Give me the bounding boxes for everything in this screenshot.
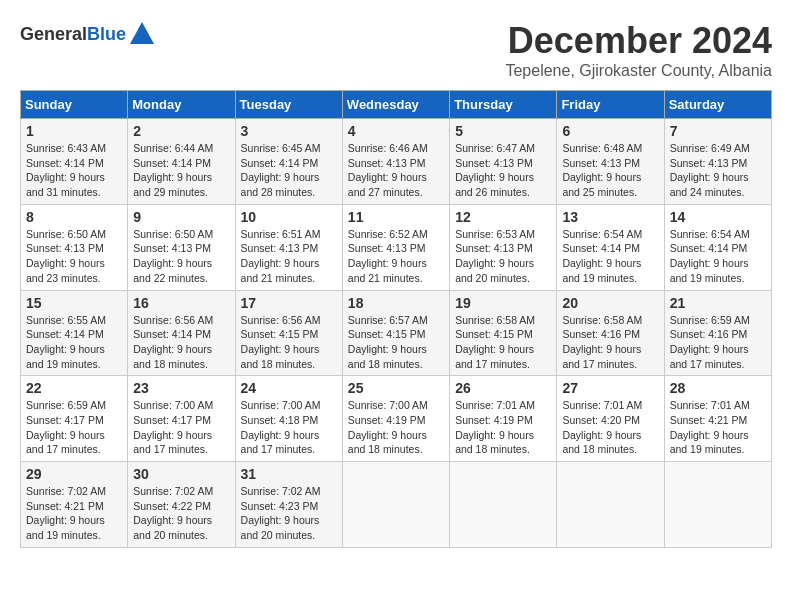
day-info: Sunrise: 7:00 AM Sunset: 4:18 PM Dayligh… [241,398,337,457]
calendar-day-cell: 23Sunrise: 7:00 AM Sunset: 4:17 PM Dayli… [128,376,235,462]
day-number: 12 [455,209,551,225]
calendar-day-cell: 6Sunrise: 6:48 AM Sunset: 4:13 PM Daylig… [557,119,664,205]
calendar-table: SundayMondayTuesdayWednesdayThursdayFrid… [20,90,772,548]
day-info: Sunrise: 7:01 AM Sunset: 4:19 PM Dayligh… [455,398,551,457]
day-info: Sunrise: 6:57 AM Sunset: 4:15 PM Dayligh… [348,313,444,372]
calendar-week-row: 29Sunrise: 7:02 AM Sunset: 4:21 PM Dayli… [21,462,772,548]
calendar-day-cell: 12Sunrise: 6:53 AM Sunset: 4:13 PM Dayli… [450,204,557,290]
day-number: 4 [348,123,444,139]
subtitle: Tepelene, Gjirokaster County, Albania [505,62,772,80]
calendar-day-header: Saturday [664,91,771,119]
day-number: 27 [562,380,658,396]
day-number: 28 [670,380,766,396]
day-info: Sunrise: 6:44 AM Sunset: 4:14 PM Dayligh… [133,141,229,200]
calendar-day-cell: 8Sunrise: 6:50 AM Sunset: 4:13 PM Daylig… [21,204,128,290]
day-number: 16 [133,295,229,311]
day-info: Sunrise: 7:02 AM Sunset: 4:22 PM Dayligh… [133,484,229,543]
calendar-day-cell: 14Sunrise: 6:54 AM Sunset: 4:14 PM Dayli… [664,204,771,290]
day-number: 21 [670,295,766,311]
day-info: Sunrise: 6:59 AM Sunset: 4:16 PM Dayligh… [670,313,766,372]
calendar-day-cell: 13Sunrise: 6:54 AM Sunset: 4:14 PM Dayli… [557,204,664,290]
day-info: Sunrise: 6:48 AM Sunset: 4:13 PM Dayligh… [562,141,658,200]
calendar-day-cell: 19Sunrise: 6:58 AM Sunset: 4:15 PM Dayli… [450,290,557,376]
day-number: 19 [455,295,551,311]
title-block: December 2024 Tepelene, Gjirokaster Coun… [505,20,772,80]
day-number: 2 [133,123,229,139]
day-info: Sunrise: 6:54 AM Sunset: 4:14 PM Dayligh… [562,227,658,286]
day-number: 26 [455,380,551,396]
calendar-week-row: 8Sunrise: 6:50 AM Sunset: 4:13 PM Daylig… [21,204,772,290]
calendar-day-cell: 1Sunrise: 6:43 AM Sunset: 4:14 PM Daylig… [21,119,128,205]
day-number: 5 [455,123,551,139]
calendar-day-cell: 30Sunrise: 7:02 AM Sunset: 4:22 PM Dayli… [128,462,235,548]
calendar-day-header: Monday [128,91,235,119]
calendar-day-cell: 26Sunrise: 7:01 AM Sunset: 4:19 PM Dayli… [450,376,557,462]
day-number: 22 [26,380,122,396]
day-number: 13 [562,209,658,225]
day-info: Sunrise: 6:47 AM Sunset: 4:13 PM Dayligh… [455,141,551,200]
day-info: Sunrise: 7:00 AM Sunset: 4:19 PM Dayligh… [348,398,444,457]
calendar-day-cell: 24Sunrise: 7:00 AM Sunset: 4:18 PM Dayli… [235,376,342,462]
calendar-header-row: SundayMondayTuesdayWednesdayThursdayFrid… [21,91,772,119]
calendar-day-cell: 11Sunrise: 6:52 AM Sunset: 4:13 PM Dayli… [342,204,449,290]
calendar-day-cell: 9Sunrise: 6:50 AM Sunset: 4:13 PM Daylig… [128,204,235,290]
day-number: 8 [26,209,122,225]
calendar-week-row: 1Sunrise: 6:43 AM Sunset: 4:14 PM Daylig… [21,119,772,205]
day-number: 15 [26,295,122,311]
calendar-day-cell: 16Sunrise: 6:56 AM Sunset: 4:14 PM Dayli… [128,290,235,376]
calendar-day-cell: 15Sunrise: 6:55 AM Sunset: 4:14 PM Dayli… [21,290,128,376]
calendar-day-cell [342,462,449,548]
day-number: 30 [133,466,229,482]
calendar-day-cell: 5Sunrise: 6:47 AM Sunset: 4:13 PM Daylig… [450,119,557,205]
calendar-day-header: Wednesday [342,91,449,119]
day-info: Sunrise: 6:45 AM Sunset: 4:14 PM Dayligh… [241,141,337,200]
day-number: 25 [348,380,444,396]
calendar-day-cell: 28Sunrise: 7:01 AM Sunset: 4:21 PM Dayli… [664,376,771,462]
day-info: Sunrise: 6:58 AM Sunset: 4:15 PM Dayligh… [455,313,551,372]
day-number: 18 [348,295,444,311]
calendar-day-header: Friday [557,91,664,119]
day-number: 14 [670,209,766,225]
calendar-day-cell: 4Sunrise: 6:46 AM Sunset: 4:13 PM Daylig… [342,119,449,205]
day-info: Sunrise: 6:59 AM Sunset: 4:17 PM Dayligh… [26,398,122,457]
calendar-week-row: 15Sunrise: 6:55 AM Sunset: 4:14 PM Dayli… [21,290,772,376]
day-info: Sunrise: 7:01 AM Sunset: 4:21 PM Dayligh… [670,398,766,457]
calendar-day-cell: 27Sunrise: 7:01 AM Sunset: 4:20 PM Dayli… [557,376,664,462]
logo-text-blue: Blue [87,24,126,44]
day-info: Sunrise: 6:46 AM Sunset: 4:13 PM Dayligh… [348,141,444,200]
day-info: Sunrise: 7:00 AM Sunset: 4:17 PM Dayligh… [133,398,229,457]
calendar-day-cell [557,462,664,548]
calendar-day-cell: 25Sunrise: 7:00 AM Sunset: 4:19 PM Dayli… [342,376,449,462]
calendar-body: 1Sunrise: 6:43 AM Sunset: 4:14 PM Daylig… [21,119,772,548]
day-info: Sunrise: 6:50 AM Sunset: 4:13 PM Dayligh… [26,227,122,286]
day-number: 31 [241,466,337,482]
logo: GeneralBlue [20,20,156,48]
logo-text-general: General [20,24,87,44]
day-info: Sunrise: 6:49 AM Sunset: 4:13 PM Dayligh… [670,141,766,200]
page-header: GeneralBlue December 2024 Tepelene, Gjir… [20,20,772,80]
day-number: 9 [133,209,229,225]
day-number: 6 [562,123,658,139]
day-number: 3 [241,123,337,139]
day-info: Sunrise: 7:02 AM Sunset: 4:23 PM Dayligh… [241,484,337,543]
calendar-day-header: Thursday [450,91,557,119]
calendar-day-cell: 17Sunrise: 6:56 AM Sunset: 4:15 PM Dayli… [235,290,342,376]
calendar-day-cell: 22Sunrise: 6:59 AM Sunset: 4:17 PM Dayli… [21,376,128,462]
calendar-day-cell: 10Sunrise: 6:51 AM Sunset: 4:13 PM Dayli… [235,204,342,290]
day-info: Sunrise: 6:51 AM Sunset: 4:13 PM Dayligh… [241,227,337,286]
main-title: December 2024 [505,20,772,62]
day-number: 7 [670,123,766,139]
day-info: Sunrise: 7:02 AM Sunset: 4:21 PM Dayligh… [26,484,122,543]
calendar-day-cell [664,462,771,548]
day-number: 10 [241,209,337,225]
day-number: 1 [26,123,122,139]
calendar-day-cell: 2Sunrise: 6:44 AM Sunset: 4:14 PM Daylig… [128,119,235,205]
day-number: 11 [348,209,444,225]
day-info: Sunrise: 7:01 AM Sunset: 4:20 PM Dayligh… [562,398,658,457]
calendar-day-cell: 18Sunrise: 6:57 AM Sunset: 4:15 PM Dayli… [342,290,449,376]
logo-icon [128,20,156,48]
day-info: Sunrise: 6:50 AM Sunset: 4:13 PM Dayligh… [133,227,229,286]
day-number: 29 [26,466,122,482]
day-info: Sunrise: 6:58 AM Sunset: 4:16 PM Dayligh… [562,313,658,372]
day-number: 24 [241,380,337,396]
